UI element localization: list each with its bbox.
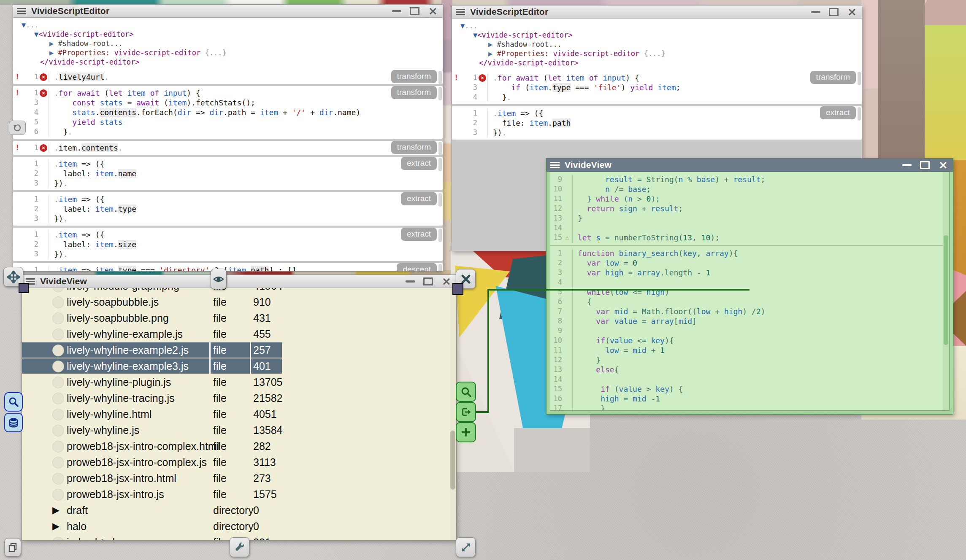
vertical-scrollbar[interactable] bbox=[450, 288, 456, 540]
file-row[interactable]: ▶halodirectory0 bbox=[22, 518, 449, 534]
code-text[interactable]: } bbox=[572, 213, 949, 223]
code-text[interactable] bbox=[572, 277, 949, 287]
code-text[interactable]: .for await (let item of input) { bbox=[49, 88, 443, 98]
code-text[interactable]: low = mid + 1 bbox=[572, 345, 949, 355]
code-line[interactable]: 14 bbox=[550, 374, 949, 384]
code-line[interactable]: 2 label: item.name bbox=[13, 169, 443, 178]
code-line[interactable]: 7 var mid = Math.floor((low + high) /2) bbox=[550, 307, 949, 316]
file-row[interactable]: lively-whyline.jsfile13584 bbox=[22, 422, 449, 438]
file-row[interactable]: lively-whyline-tracing.jsfile21582 bbox=[22, 390, 449, 406]
file-row[interactable]: proweb18-jsx-intro-complex.htmlfile282 bbox=[22, 438, 449, 454]
code-line[interactable]: 11 low = mid + 1 bbox=[550, 345, 949, 355]
code-text[interactable]: }). bbox=[487, 128, 862, 137]
step-grip[interactable] bbox=[438, 87, 442, 100]
code-line[interactable]: 2 label: item.type bbox=[13, 204, 443, 214]
expand-caret-icon[interactable]: ▶ bbox=[52, 518, 60, 534]
code-line[interactable]: 1.item => item.type === 'directory' ? [i… bbox=[13, 265, 443, 271]
tree-node[interactable]: ▼... bbox=[13, 20, 443, 30]
code-text[interactable]: label: item.name bbox=[49, 169, 443, 178]
warning-icon[interactable]: ⚠ bbox=[565, 234, 569, 241]
code-text[interactable]: }). bbox=[49, 178, 443, 188]
code-line[interactable]: 11 } while (n > 0); bbox=[550, 194, 949, 204]
error-badge-icon[interactable]: × bbox=[479, 74, 486, 82]
code-line[interactable]: 4 stats.contents.forEach(dir => dir.path… bbox=[13, 108, 443, 117]
code-text[interactable]: result = String(n % base) + result; bbox=[572, 175, 949, 184]
code-line[interactable]: 1.item => ({ bbox=[452, 108, 862, 118]
file-row[interactable]: proweb18-jsx-intro.htmlfile273 bbox=[22, 470, 449, 486]
minimize-button[interactable] bbox=[406, 280, 415, 283]
code-line[interactable]: 12 return sign + result; bbox=[550, 204, 949, 213]
code-line[interactable]: 13} bbox=[550, 213, 949, 223]
code-line[interactable]: 2 file: item.path bbox=[452, 118, 862, 128]
step-type-badge[interactable]: extract bbox=[820, 106, 856, 119]
code-line[interactable]: 3}). bbox=[13, 214, 443, 223]
titlebar[interactable]: VivideView × bbox=[22, 275, 456, 288]
code-text[interactable]: label: item.type bbox=[49, 204, 443, 214]
code-line[interactable]: 2 var low = 0 bbox=[550, 258, 949, 268]
undo-button[interactable] bbox=[9, 121, 26, 135]
code-text[interactable]: var mid = Math.floor((low + high) /2) bbox=[572, 307, 949, 316]
code-line[interactable]: 3 if (item.type === 'file') yield item; bbox=[452, 83, 862, 92]
step-grip[interactable] bbox=[438, 158, 442, 171]
code-line[interactable]: !1×.for await (let item of input) { bbox=[452, 73, 862, 83]
file-row[interactable]: proweb18-jsx-intro-complex.jsfile3113 bbox=[22, 454, 449, 470]
close-button[interactable]: × bbox=[428, 7, 438, 15]
copy-button[interactable] bbox=[4, 538, 21, 557]
selection-handle-left[interactable] bbox=[19, 283, 29, 293]
code-line[interactable]: 15 if (value > key) { bbox=[550, 384, 949, 394]
code-line[interactable]: 3 const stats = await (item).fetchStats(… bbox=[13, 98, 443, 108]
code-text[interactable]: } while (n > 0); bbox=[572, 194, 949, 204]
file-row[interactable]: lively-whyline.htmlfile4051 bbox=[22, 406, 449, 422]
expand-caret-icon[interactable]: ▶ bbox=[52, 502, 60, 518]
code-line[interactable]: 1.item => ({ bbox=[13, 230, 443, 240]
add-view-button[interactable] bbox=[456, 422, 476, 442]
step-type-badge[interactable]: extract bbox=[401, 192, 437, 205]
step-type-badge[interactable]: transform bbox=[810, 71, 856, 84]
scrollbar-thumb[interactable] bbox=[450, 431, 455, 490]
code-text[interactable]: var low = 0 bbox=[572, 258, 949, 268]
step-type-badge[interactable]: descent bbox=[397, 263, 437, 271]
step-type-badge[interactable]: transform bbox=[391, 86, 437, 99]
step-type-badge[interactable]: transform bbox=[391, 141, 437, 154]
resize-button[interactable] bbox=[456, 537, 476, 557]
export-view-button[interactable] bbox=[456, 402, 476, 422]
code-line[interactable]: 8 var value = array[mid] bbox=[550, 316, 949, 326]
data-source-button[interactable] bbox=[4, 413, 23, 432]
step-grip[interactable] bbox=[438, 229, 442, 242]
code-line[interactable]: 6 { bbox=[550, 297, 949, 307]
step-grip[interactable] bbox=[438, 264, 442, 271]
code-text[interactable]: } bbox=[572, 355, 949, 365]
minimize-button[interactable] bbox=[902, 164, 912, 166]
code-line[interactable]: 6 }. bbox=[13, 127, 443, 137]
error-badge-icon[interactable]: × bbox=[40, 73, 47, 81]
close-button[interactable]: × bbox=[938, 161, 948, 169]
minimize-button[interactable] bbox=[392, 10, 401, 12]
tree-node[interactable]: </vivide-script-editor> bbox=[452, 58, 862, 67]
file-row[interactable]: ▶draftdirectory0 bbox=[22, 502, 449, 518]
code-line[interactable]: 9 bbox=[550, 326, 949, 336]
titlebar[interactable]: VivideView × bbox=[547, 159, 953, 172]
tree-node[interactable]: ▼<vivide-script-editor> bbox=[452, 30, 862, 40]
menu-icon[interactable] bbox=[17, 8, 26, 14]
code-text[interactable] bbox=[572, 326, 949, 336]
file-row[interactable]: lively-whyline-example3.jsfile401 bbox=[22, 358, 449, 374]
close-button[interactable]: × bbox=[847, 8, 857, 16]
step-type-badge[interactable]: extract bbox=[401, 228, 437, 241]
maximize-button[interactable] bbox=[920, 161, 930, 169]
error-badge-icon[interactable]: × bbox=[40, 144, 47, 152]
code-line[interactable]: 5 yield stats bbox=[13, 117, 443, 127]
tree-node[interactable]: </vivide-script-editor> bbox=[13, 57, 443, 67]
error-badge-icon[interactable]: × bbox=[40, 89, 47, 97]
code-text[interactable]: var value = array[mid] bbox=[572, 316, 949, 326]
code-line[interactable]: 2 label: item.size bbox=[13, 240, 443, 249]
configure-button[interactable] bbox=[230, 537, 249, 557]
code-text[interactable]: const stats = await (item).fetchStats(); bbox=[49, 98, 443, 108]
code-line[interactable]: 4 bbox=[550, 277, 949, 287]
step-grip[interactable] bbox=[858, 107, 861, 121]
code-line[interactable]: 10 if(value <= key){ bbox=[550, 336, 949, 345]
tree-node[interactable]: ▼... bbox=[452, 21, 862, 30]
code-text[interactable]: return sign + result; bbox=[572, 204, 949, 213]
file-row[interactable]: lively-soapbubble.pngfile431 bbox=[22, 310, 449, 326]
vertical-scrollbar[interactable] bbox=[943, 172, 949, 410]
code-text[interactable]: else{ bbox=[572, 365, 949, 374]
